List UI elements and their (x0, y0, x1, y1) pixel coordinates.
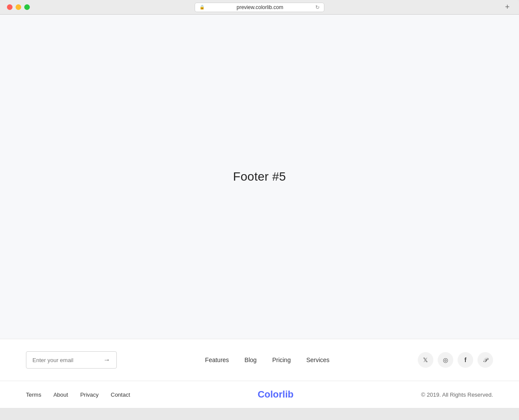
instagram-social-button[interactable]: ◎ (438, 352, 453, 368)
page-main-area: Footer #5 (0, 15, 519, 339)
page-title: Footer #5 (233, 170, 286, 184)
pinterest-social-button[interactable]: 𝒫 (477, 352, 493, 368)
email-subscribe-form: → (26, 351, 117, 369)
footer-nav: Features Blog Pricing Services (205, 356, 330, 363)
browser-content: Footer #5 → Features Blog Pricing Servic… (0, 15, 519, 408)
browser-window: 🔒 preview.colorlib.com ↻ + Footer #5 → F… (0, 0, 519, 408)
minimize-button[interactable] (16, 4, 21, 10)
url-text: preview.colorlib.com (207, 4, 313, 10)
browser-titlebar: 🔒 preview.colorlib.com ↻ + (0, 0, 519, 15)
email-input[interactable] (26, 353, 97, 368)
maximize-button[interactable] (24, 4, 30, 10)
refresh-icon[interactable]: ↻ (315, 4, 320, 10)
window-controls (7, 4, 30, 10)
about-link[interactable]: About (53, 391, 68, 398)
facebook-icon: f (465, 356, 467, 363)
nav-link-pricing[interactable]: Pricing (272, 356, 291, 363)
copyright: © 2019. All Rights Reserved. (421, 391, 493, 398)
terms-link[interactable]: Terms (26, 391, 41, 398)
email-submit-button[interactable]: → (97, 352, 116, 368)
privacy-link[interactable]: Privacy (80, 391, 99, 398)
footer-bottom: Terms About Privacy Contact Colorlib © 2… (0, 381, 519, 408)
new-tab-button[interactable]: + (503, 3, 512, 12)
lock-icon: 🔒 (199, 5, 205, 10)
address-bar[interactable]: 🔒 preview.colorlib.com ↻ (195, 3, 324, 12)
close-button[interactable] (7, 4, 13, 10)
footer-main: → Features Blog Pricing Services 𝕏 ◎ f (0, 339, 519, 381)
social-icons: 𝕏 ◎ f 𝒫 (418, 352, 493, 368)
nav-link-features[interactable]: Features (205, 356, 229, 363)
twitter-icon: 𝕏 (423, 356, 428, 363)
nav-link-blog[interactable]: Blog (244, 356, 256, 363)
footer-bottom-links: Terms About Privacy Contact (26, 391, 130, 398)
twitter-social-button[interactable]: 𝕏 (418, 352, 433, 368)
pinterest-icon: 𝒫 (483, 356, 487, 364)
brand-logo[interactable]: Colorlib (258, 389, 294, 400)
contact-link[interactable]: Contact (111, 391, 130, 398)
instagram-icon: ◎ (443, 356, 448, 363)
facebook-social-button[interactable]: f (458, 352, 473, 368)
nav-link-services[interactable]: Services (306, 356, 330, 363)
